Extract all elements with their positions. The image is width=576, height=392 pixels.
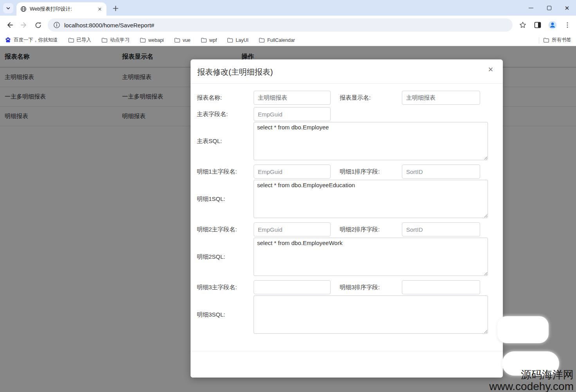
detail3-sql-label: 明细3SQL: — [197, 295, 254, 334]
form-row-detail2-sql: 明细2SQL: select * from dbo.EmployeeWork — [197, 238, 497, 276]
bookmark-folder-webapi[interactable]: webapi — [140, 37, 164, 43]
page-info-icon[interactable] — [53, 21, 60, 29]
url-text: localhost:8000/home/SaveReport# — [64, 22, 154, 29]
bookmark-folder-fullcalendar[interactable]: FullCalendar — [259, 37, 295, 43]
main-field-input[interactable] — [254, 107, 331, 121]
back-button[interactable] — [3, 18, 16, 32]
form-row-detail3-sql: 明细3SQL: — [197, 295, 497, 334]
detail1-field-label: 明细1主字段名: — [197, 165, 254, 179]
profile-avatar-icon[interactable] — [548, 20, 557, 30]
main-field-label: 主表字段名: — [197, 107, 254, 121]
form-row-detail1-fields: 明细1主字段名: 明细1排序字段: — [197, 165, 497, 179]
minimize-icon — [529, 8, 533, 8]
bookmarks-bar: 百度一下，你就知道 已导入 动点学习 webapi vue wpf LayUI — [0, 34, 576, 46]
maximize-icon — [547, 6, 551, 10]
chevron-down-icon — [6, 6, 11, 11]
detail2-sort-input[interactable] — [402, 222, 480, 236]
forward-button[interactable] — [17, 18, 31, 32]
detail1-sql-textarea[interactable]: select * from dbo.EmployeeEducation — [254, 180, 488, 218]
bookmark-baidu[interactable]: 百度一下，你就知道 — [5, 37, 58, 43]
page-content: 报表名称 报表显示名 操作 主明细报表 主明细报表 一主多明细报表 一主多明细报… — [0, 46, 576, 392]
bookmark-label: LayUI — [236, 38, 248, 43]
browser-toolbar: localhost:8000/home/SaveReport# — [0, 16, 576, 34]
globe-icon — [20, 6, 27, 12]
detail3-sql-textarea[interactable] — [254, 295, 488, 334]
tab-title: Web报表打印设计: — [30, 5, 96, 13]
modal-header: 报表修改(主明细报表) × — [191, 59, 503, 84]
new-tab-button[interactable] — [111, 4, 120, 13]
baidu-paw-icon — [5, 37, 11, 43]
detail3-field-label: 明细3主字段名: — [197, 280, 254, 294]
sticker-blob-top — [497, 316, 549, 343]
folder-icon — [201, 37, 207, 43]
detail2-sql-label: 明细2SQL: — [197, 238, 254, 276]
form-row-main-sql: 主表SQL: select * from dbo.Employee — [197, 122, 497, 160]
bookmark-star-icon[interactable] — [518, 20, 527, 30]
all-bookmarks-label: 所有书签 — [552, 37, 571, 43]
detail2-sql-textarea[interactable]: select * from dbo.EmployeeWork — [254, 238, 488, 276]
detail2-sort-label: 明细2排序字段: — [340, 222, 402, 236]
detail1-field-input[interactable] — [254, 165, 331, 179]
address-bar[interactable]: localhost:8000/home/SaveReport# — [48, 18, 513, 32]
folder-icon — [174, 37, 180, 43]
bookmark-label: 已导入 — [77, 37, 92, 43]
browser-tab[interactable]: Web报表打印设计: ✕ — [16, 2, 106, 16]
main-sql-textarea[interactable]: select * from dbo.Employee — [254, 122, 488, 160]
report-edit-modal: 报表修改(主明细报表) × 报表名称: 报表显示名: 主表字段名: 主表SQL:… — [191, 59, 503, 378]
modal-title: 报表修改(主明细报表) — [197, 67, 273, 77]
bookmark-label: webapi — [148, 38, 164, 43]
window-controls: ✕ — [522, 0, 576, 16]
modal-close-button[interactable]: × — [486, 65, 496, 75]
form-row-main-field: 主表字段名: — [197, 107, 497, 121]
form-row-detail1-sql: 明细1SQL: select * from dbo.EmployeeEducat… — [197, 180, 497, 218]
report-name-input[interactable] — [254, 91, 331, 105]
bookmark-label: FullCalendar — [267, 38, 295, 43]
bookmark-label: vue — [183, 38, 191, 43]
detail1-sort-label: 明细1排序字段: — [340, 165, 402, 179]
detail2-field-input[interactable] — [254, 222, 331, 236]
main-sql-label: 主表SQL: — [197, 122, 254, 160]
watermark: 源码海洋网 www.codehy.com — [489, 369, 574, 392]
watermark-line2: www.codehy.com — [489, 381, 574, 392]
minimize-button[interactable] — [522, 0, 540, 16]
close-icon: ✕ — [565, 5, 570, 11]
display-name-input[interactable] — [402, 91, 480, 105]
detail1-sort-input[interactable] — [402, 165, 480, 179]
detail1-sql-label: 明细1SQL: — [197, 180, 254, 218]
folder-icon — [227, 37, 233, 43]
report-name-label: 报表名称: — [197, 91, 254, 105]
bookmark-folder-vue[interactable]: vue — [174, 37, 191, 43]
folder-icon — [543, 37, 549, 43]
bookmark-folder-wpf[interactable]: wpf — [201, 37, 217, 43]
bookmark-label: 百度一下，你就知道 — [14, 37, 58, 43]
bookmark-folder-dongdian[interactable]: 动点学习 — [101, 37, 130, 43]
watermark-line1: 源码海洋网 — [489, 369, 574, 380]
divider — [539, 37, 539, 43]
all-bookmarks-button[interactable]: 所有书签 — [543, 37, 571, 43]
detail2-field-label: 明细2主字段名: — [197, 222, 254, 236]
form-row-detail2-fields: 明细2主字段名: 明细2排序字段: — [197, 222, 497, 236]
bookmark-folder-yidaoru[interactable]: 已导入 — [68, 37, 92, 43]
close-window-button[interactable]: ✕ — [558, 0, 576, 16]
maximize-button[interactable] — [540, 0, 558, 16]
display-name-label: 报表显示名: — [340, 91, 402, 105]
reload-button[interactable] — [31, 18, 45, 32]
form-row-name: 报表名称: 报表显示名: — [197, 91, 497, 105]
folder-icon — [101, 37, 108, 43]
side-panel-icon[interactable] — [533, 20, 542, 30]
folder-icon — [259, 37, 265, 43]
bookmark-label: wpf — [209, 38, 217, 43]
toolbar-right — [518, 18, 572, 32]
detail3-field-input[interactable] — [254, 280, 331, 294]
form-row-detail3-fields: 明细3主字段名: 明细3排序字段: — [197, 280, 497, 294]
detail3-sort-input[interactable] — [402, 280, 480, 294]
tab-close-icon[interactable]: ✕ — [96, 5, 103, 13]
bookmark-label: 动点学习 — [110, 37, 130, 43]
detail3-sort-label: 明细3排序字段: — [340, 280, 402, 294]
browser-window: Web报表打印设计: ✕ ✕ localhost:8000/home/SaveR… — [0, 0, 576, 392]
bookmarks-right: 所有书签 — [539, 34, 571, 46]
bookmark-folder-layui[interactable]: LayUI — [227, 37, 248, 43]
folder-icon — [68, 37, 74, 43]
tab-search-button[interactable] — [3, 3, 13, 13]
menu-kebab-icon[interactable] — [563, 20, 572, 30]
